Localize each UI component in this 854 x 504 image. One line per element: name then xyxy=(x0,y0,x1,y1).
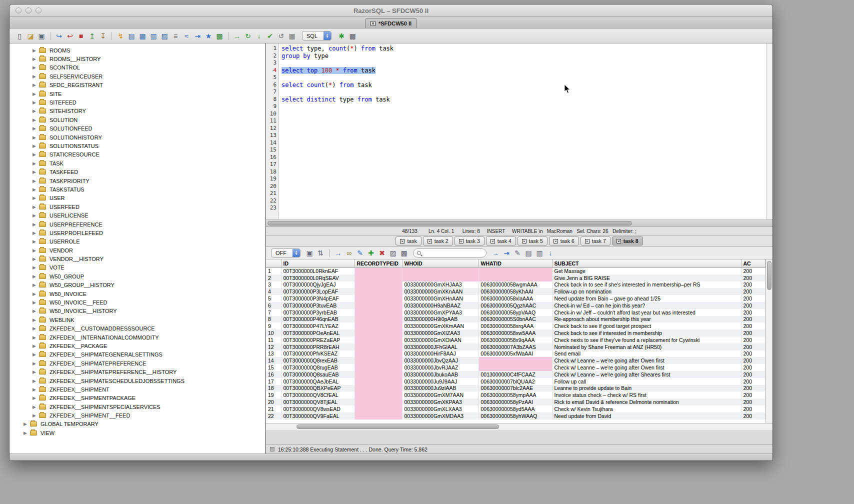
table-cell[interactable] xyxy=(354,412,402,420)
disclosure-triangle-icon[interactable]: ▶ xyxy=(32,230,39,236)
table-cell[interactable]: 200 xyxy=(741,412,766,420)
copy-table-icon[interactable]: ▨ xyxy=(160,31,170,41)
close-tab-icon[interactable]: × xyxy=(459,239,464,244)
results-vertical-scrollbar[interactable] xyxy=(766,260,772,423)
close-tab-icon[interactable]: × xyxy=(522,239,526,244)
table-cell[interactable]: 00T3000000P46qnEAB xyxy=(281,316,354,323)
table-cell[interactable]: 006300000058x9qAAA xyxy=(478,336,552,344)
disclosure-triangle-icon[interactable]: ▶ xyxy=(32,196,39,200)
table-row[interactable]: 400T3000000P3LopEAF0033000000GmXKnAAN006… xyxy=(266,288,766,295)
table-cell[interactable]: 0033000000GmXOiAAN xyxy=(402,336,478,344)
tree-item-zkfedex-internationalcommodity[interactable]: ▶ZKFEDEX__INTERNATIONALCOMMODITY xyxy=(10,333,265,342)
table-cell[interactable]: 00T3000000QV8TjEAL xyxy=(281,398,354,406)
table-cell[interactable]: 0033000000Ju9zlAAB xyxy=(402,385,478,392)
row-number[interactable]: 16 xyxy=(266,371,281,378)
table-row[interactable]: 1700T3000000QAeJbEAL0033000000Ju9J9AAJ00… xyxy=(266,378,766,385)
disclosure-triangle-icon[interactable]: ▶ xyxy=(32,100,39,105)
disclosure-triangle-icon[interactable]: ▶ xyxy=(32,387,39,392)
table-cell[interactable]: 200 xyxy=(741,364,766,371)
tree-item-vendor[interactable]: ▶VENDOR xyxy=(10,246,265,254)
edit-results-icon[interactable]: ✎ xyxy=(355,248,365,258)
tree-item-sitefeed[interactable]: ▶SITEFEED xyxy=(10,98,265,106)
rollback-icon[interactable]: ↧ xyxy=(98,31,108,41)
table-row[interactable]: 100T3000000L0RknEAFGet Massage200 xyxy=(266,268,766,274)
table-cell[interactable]: 0033000000GmXKnAAN xyxy=(402,288,478,295)
table-cell[interactable]: 0033000000H9aNBAAZ xyxy=(402,302,478,309)
disclosure-triangle-icon[interactable]: ▶ xyxy=(32,239,39,244)
new-file-icon[interactable]: ▯ xyxy=(14,31,24,41)
connection-tab[interactable]: × *SFDCW50 II xyxy=(365,18,417,28)
tree-item-selfserviceuser[interactable]: ▶SELFSERVICEUSER xyxy=(10,72,265,80)
table-cell[interactable]: 200 xyxy=(741,268,766,274)
row-number[interactable]: 15 xyxy=(266,364,281,371)
table-row[interactable]: 1200T3000000PRR8rEAH0033000000JFhGlAAL00… xyxy=(266,344,766,350)
table-cell[interactable]: 00630000007blc2AAE xyxy=(478,385,552,392)
table-cell[interactable]: Check back in to see if she's interested… xyxy=(552,282,741,288)
table-cell[interactable]: Check back to see if interested in membe… xyxy=(552,330,741,336)
disclosure-triangle-icon[interactable]: ▶ xyxy=(32,413,39,418)
table-cell[interactable]: 0033000000JbukoAAB xyxy=(402,371,478,378)
table-cell[interactable]: 00T3000000L0RqSEAV xyxy=(281,274,354,282)
tree-item-zkfedex-shipment-feed[interactable]: ▶ZKFEDEX__SHIPMENT__FEED xyxy=(10,411,265,420)
tree-item-userlicense[interactable]: ▶USERLICENSE xyxy=(10,211,265,220)
table-cell[interactable]: 006300000058yKhAAI xyxy=(478,288,552,295)
results-grid[interactable]: IDRECORDTYPEIDWHOIDWHATIDSUBJECTAC 100T3… xyxy=(266,260,766,423)
table-cell[interactable] xyxy=(354,378,402,385)
disclosure-triangle-icon[interactable]: ▶ xyxy=(32,92,39,96)
table-cell[interactable]: 200 xyxy=(741,357,766,364)
table-cell[interactable] xyxy=(354,350,402,358)
table-cell[interactable] xyxy=(354,268,402,274)
disclosure-triangle-icon[interactable]: ▶ xyxy=(32,126,39,131)
tree-item-userrole[interactable]: ▶USERROLE xyxy=(10,238,265,246)
table-row[interactable]: 300T3000000QjyJgEAJ0033000000GmXHJAA3006… xyxy=(266,282,766,288)
table-cell[interactable]: 200 xyxy=(741,378,766,385)
table-cell[interactable]: 00T3000000QAeJbEAL xyxy=(281,378,354,385)
table-row[interactable]: 500T3000000P3N4pEAF0033000000GmXHnAAN006… xyxy=(266,295,766,302)
disclosure-triangle-icon[interactable]: ▶ xyxy=(32,300,39,305)
disclosure-triangle-icon[interactable]: ▶ xyxy=(32,282,39,288)
table-cell[interactable]: 00630000007blQUAA2 xyxy=(478,378,552,385)
column-header-id[interactable]: ID xyxy=(281,260,354,268)
table-cell[interactable]: 200 xyxy=(741,316,766,323)
disclosure-triangle-icon[interactable]: ▶ xyxy=(32,404,39,410)
table-cell[interactable]: Rick to email David & reference Delmonte… xyxy=(552,398,741,406)
tree-item-zkfedex-shipmategeneralsettings[interactable]: ▶ZKFEDEX__SHIPMATEGENERALSETTINGS xyxy=(10,350,265,359)
table-cell[interactable]: 200 xyxy=(741,385,766,392)
table-row[interactable]: 600T3000000P3tuvEAB0033000000H9aNBAAZ006… xyxy=(266,302,766,309)
table-cell[interactable]: 006300000058ympAAA xyxy=(478,392,552,398)
table-cell[interactable]: 200 xyxy=(741,288,766,295)
table-cell[interactable]: 00T3000000P3tuvEAB xyxy=(281,302,354,309)
table-cell[interactable] xyxy=(354,336,402,344)
disclosure-triangle-icon[interactable]: ▶ xyxy=(32,74,39,79)
table-cell[interactable]: 200 xyxy=(741,322,766,330)
table-cell[interactable]: 0033000000JFhGlAAL xyxy=(402,344,478,350)
open-file-icon[interactable]: ◪ xyxy=(26,31,36,41)
table-row[interactable]: 1800T3000000QBXPeEAP0033000000Ju9zlAAB00… xyxy=(266,385,766,392)
tree-item-zkfedex-shipmatepreference[interactable]: ▶ZKFEDEX__SHIPMATEPREFERENCE xyxy=(10,359,265,368)
table-row[interactable]: 1500T3000000Q8rugEAB0033000000JbvRJAAZCh… xyxy=(266,364,766,371)
table-cell[interactable] xyxy=(354,330,402,336)
table-cell[interactable] xyxy=(354,288,402,295)
tree-item-zkfedex-shipmatepreference-history[interactable]: ▶ZKFEDEX__SHIPMATEPREFERENCE__HISTORY xyxy=(10,368,265,376)
row-number[interactable]: 3 xyxy=(266,282,281,288)
disclosure-triangle-icon[interactable]: ▶ xyxy=(32,308,39,314)
table-cell[interactable]: Check-in w/ Ed – can he join this year? xyxy=(552,302,741,309)
row-number[interactable]: 18 xyxy=(266,385,281,392)
primary-keys-icon[interactable]: ∞ xyxy=(344,248,354,258)
row-number[interactable]: 1 xyxy=(266,268,281,274)
save-results-icon[interactable]: ▣ xyxy=(304,248,314,258)
close-tab-icon[interactable]: × xyxy=(428,239,432,244)
table-cell[interactable] xyxy=(402,268,478,274)
tree-item-userpreference[interactable]: ▶USERPREFERENCE xyxy=(10,220,265,228)
table-cell[interactable]: 0033000000GmXKmAAN xyxy=(402,322,478,330)
row-number[interactable]: 9 xyxy=(266,322,281,330)
table-cell[interactable]: 0033000000JbvQzAAJ xyxy=(402,357,478,364)
results-tab-task-2[interactable]: ×task 2 xyxy=(423,236,453,246)
table-cell[interactable]: 00T3000000Q8rugEAB xyxy=(281,364,354,371)
table-row[interactable]: 1600T3000000Q8sauEAB0033000000JbukoAAB00… xyxy=(266,371,766,378)
tree-item-weblink[interactable]: ▶WEBLINK xyxy=(10,316,265,324)
tree-item-sfdc-registrant[interactable]: ▶SFDC_REGISTRANT xyxy=(10,81,265,90)
table-cell[interactable]: 00630000007A3bZAAS xyxy=(478,344,552,350)
table-cell[interactable]: 0033000000GmXKPAA3 xyxy=(402,398,478,406)
table-cell[interactable]: 0033000000GmXM7AAN xyxy=(402,392,478,398)
